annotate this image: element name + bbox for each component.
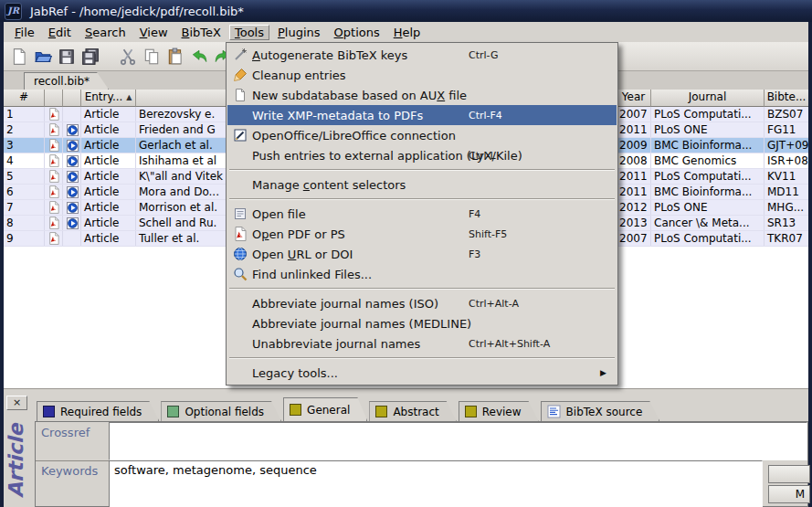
cell-entrytype[interactable]: Article — [81, 169, 136, 184]
column-header-bibte[interactable]: Bibte... — [765, 90, 808, 107]
cell-year[interactable]: 2011 — [617, 185, 651, 199]
cell-url[interactable] — [63, 185, 81, 199]
keywords-field[interactable]: software, metagenome, sequence — [109, 460, 763, 507]
column-header-icon[interactable] — [45, 90, 63, 107]
editor-tab-optional-fields[interactable]: Optional fields — [161, 401, 281, 421]
cell-year[interactable]: 2007 — [617, 231, 651, 246]
cell-entrytype[interactable]: Article — [81, 216, 136, 230]
cell-entrytype[interactable]: Article — [81, 122, 136, 137]
cell-year[interactable]: 2013 — [617, 216, 651, 230]
menu-item-find-unlinked-files[interactable]: Find unlinked Files... — [227, 264, 617, 284]
menu-item-autogenerate-bibtex-keys[interactable]: Autogenerate BibTeX keysCtrl-G — [227, 45, 617, 65]
undo-button[interactable] — [188, 46, 210, 68]
menu-item-legacy-tools[interactable]: Legacy tools...▶ — [227, 363, 617, 383]
open-folder-button[interactable] — [32, 46, 54, 68]
save-button[interactable] — [56, 46, 78, 68]
menu-item-openoffice-libreoffice-connection[interactable]: OpenOffice/LibreOffice connection — [227, 125, 617, 145]
cell-number[interactable]: 4 — [4, 153, 45, 168]
cell-journal[interactable]: PLoS ONE — [651, 122, 765, 137]
cell-journal[interactable]: BMC Bioinforma... — [651, 138, 765, 153]
save-all-button[interactable] — [79, 46, 101, 68]
cell-bibtexkey[interactable]: MHG... — [765, 200, 808, 215]
menubar-item-tools[interactable]: Tools — [229, 25, 269, 40]
menu-item-open-pdf-or-ps[interactable]: Open PDF or PSShift-F5 — [227, 224, 617, 244]
cell-pdf[interactable] — [45, 138, 63, 153]
cell-number[interactable]: 7 — [4, 200, 45, 215]
cell-entrytype[interactable]: Article — [81, 107, 136, 121]
cell-url[interactable] — [63, 216, 81, 230]
cell-journal[interactable]: PLoS Computati... — [651, 169, 765, 184]
cell-bibtexkey[interactable]: GJT+09 — [765, 138, 808, 153]
editor-tab-required-fields[interactable]: Required fields — [37, 401, 159, 421]
menubar-item-bibtex[interactable]: BibTeX — [176, 25, 227, 40]
menubar-item-options[interactable]: Options — [329, 25, 385, 40]
cell-url[interactable] — [63, 107, 81, 121]
copy-button[interactable] — [141, 46, 163, 68]
editor-tab-abstract[interactable]: Abstract — [369, 401, 456, 421]
menu-item-push-entries-to-external-application-lyx[interactable]: Push entries to external application (Ly… — [227, 145, 617, 165]
cell-entrytype[interactable]: Article — [81, 153, 136, 168]
column-header-journal[interactable]: Journal — [651, 90, 765, 107]
menubar-item-search[interactable]: Search — [79, 25, 132, 40]
menu-item-manage-content-selectors[interactable]: Manage content selectors — [227, 174, 617, 195]
cell-journal[interactable]: BMC Genomics — [651, 153, 765, 168]
cut-button[interactable] — [117, 46, 139, 68]
cell-bibtexkey[interactable]: FG11 — [765, 122, 808, 137]
cell-number[interactable]: 5 — [4, 169, 45, 184]
cell-entrytype[interactable]: Article — [81, 200, 136, 215]
cell-url[interactable] — [63, 153, 81, 168]
editor-tab-review[interactable]: Review — [459, 401, 539, 421]
cell-year[interactable]: 2011 — [617, 169, 651, 184]
cell-bibtexkey[interactable]: SR13 — [765, 216, 808, 230]
paste-button[interactable] — [164, 46, 186, 68]
cell-year[interactable]: 2012 — [617, 200, 651, 215]
cell-url[interactable] — [63, 122, 81, 137]
cell-bibtexkey[interactable]: BZS07 — [765, 107, 808, 121]
cell-pdf[interactable] — [45, 153, 63, 168]
cell-bibtexkey[interactable]: MD11 — [765, 185, 808, 199]
cell-url[interactable] — [63, 169, 81, 184]
column-header-icon[interactable]: # — [4, 90, 45, 107]
menu-item-cleanup-entries[interactable]: Cleanup entries — [227, 65, 617, 85]
new-file-button[interactable] — [8, 46, 30, 68]
cell-journal[interactable]: BMC Bioinforma... — [651, 185, 765, 199]
menu-item-write-xmp-metadata-to-pdfs[interactable]: Write XMP-metadata to PDFsCtrl-F4 — [227, 105, 617, 125]
cell-year[interactable]: 2007 — [617, 107, 651, 121]
menubar-item-help[interactable]: Help — [388, 25, 427, 40]
cell-entrytype[interactable]: Article — [81, 138, 136, 153]
cell-pdf[interactable] — [45, 107, 63, 121]
column-header-icon[interactable] — [63, 90, 81, 107]
cell-entrytype[interactable]: Article — [81, 185, 136, 199]
cell-pdf[interactable] — [45, 122, 63, 137]
cell-bibtexkey[interactable]: ISR+08 — [765, 153, 808, 168]
crossref-field[interactable] — [109, 422, 807, 460]
menu-item-new-subdatabase-based-on-aux-file[interactable]: New subdatabase based on AUX file — [227, 85, 617, 105]
cell-pdf[interactable] — [45, 231, 63, 246]
cell-year[interactable]: 2009 — [617, 138, 651, 153]
menu-item-abbreviate-journal-names-medline[interactable]: Abbreviate journal names (MEDLINE) — [227, 313, 617, 333]
menu-item-unabbreviate-journal-names[interactable]: Unabbreviate journal namesCtrl+Alt+Shift… — [227, 333, 617, 354]
cell-number[interactable]: 3 — [4, 138, 45, 153]
editor-tab-bibtex-source[interactable]: BibTeX source — [541, 401, 660, 421]
column-header-year[interactable]: Year — [617, 90, 651, 107]
tab-recoll-bib[interactable]: recoll.bib* — [24, 72, 109, 90]
menubar-item-edit[interactable]: Edit — [43, 25, 77, 40]
cell-journal[interactable]: PLoS Computati... — [651, 231, 765, 246]
cell-number[interactable]: 6 — [4, 185, 45, 199]
menu-item-abbreviate-journal-names-iso[interactable]: Abbreviate journal names (ISO)Ctrl+Alt-A — [227, 293, 617, 313]
menubar-item-view[interactable]: View — [134, 25, 174, 40]
cell-journal[interactable]: PLoS Computati... — [651, 107, 765, 121]
cell-number[interactable]: 2 — [4, 122, 45, 137]
menubar-item-plugins[interactable]: Plugins — [272, 25, 326, 40]
cell-number[interactable]: 9 — [4, 231, 45, 246]
cell-url[interactable] — [63, 200, 81, 215]
cell-bibtexkey[interactable]: KV11 — [765, 169, 808, 184]
cell-pdf[interactable] — [45, 200, 63, 215]
cell-journal[interactable]: PLoS ONE — [651, 200, 765, 215]
menu-item-open-url-or-doi[interactable]: Open URL or DOIF3 — [227, 244, 617, 264]
cell-pdf[interactable] — [45, 169, 63, 184]
cell-url[interactable] — [63, 138, 81, 153]
editor-tab-general[interactable]: General — [283, 397, 367, 421]
menubar-item-file[interactable]: File — [9, 25, 40, 40]
cell-journal[interactable]: Cancer \& Meta... — [651, 216, 765, 230]
